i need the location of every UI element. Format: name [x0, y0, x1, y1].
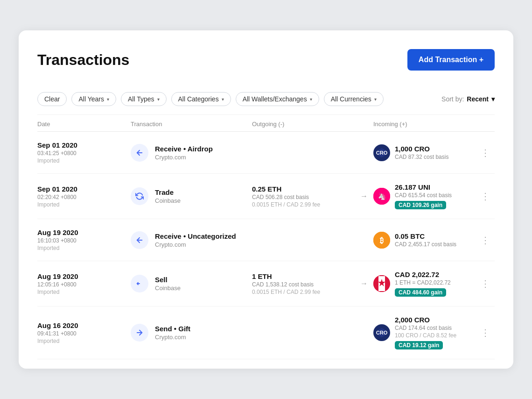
tx-platform: Crypto.com: [155, 154, 213, 161]
incoming-col: CAD 2,022.72 1 ETH = CAD2,022.72 CAD 484…: [373, 271, 476, 297]
col-header-outgoing: Outgoing (-): [252, 121, 355, 128]
categories-filter-button[interactable]: All Categories ▾: [171, 92, 231, 106]
outgoing-col: 0.25 ETH CAD 506.28 cost basis 0.0015 ET…: [252, 185, 355, 208]
page-wrapper: Transactions Add Transaction + Clear All…: [19, 30, 513, 369]
svg-text:🦄: 🦄: [378, 192, 386, 200]
transactions-list: Sep 01 2020 03:41:25 +0800 Imported Rece…: [37, 132, 495, 359]
transaction-col: Send • Gift Crypto.com: [131, 324, 252, 342]
transaction-col: Receive • Uncategorized Crypto.com: [131, 231, 252, 249]
incoming-col: CRO 2,000 CRO CAD 174.64 cost basis 100 …: [373, 316, 476, 349]
outgoing-basis: CAD 506.28 cost basis: [252, 194, 355, 200]
chevron-down-icon: ▾: [491, 95, 495, 103]
col-header-date: Date: [37, 121, 131, 128]
tx-type-icon: [131, 187, 148, 205]
incoming-amount: 1,000 CRO: [395, 145, 448, 153]
incoming-basis: CAD 2,455.17 cost basis: [395, 241, 456, 248]
more-options-button[interactable]: ⋮: [476, 191, 495, 202]
incoming-amount: 26.187 UNI: [395, 183, 452, 191]
transaction-col: Sell Coinbase: [131, 275, 252, 292]
transaction-col: Trade Coinbase: [131, 187, 252, 205]
date-col: Sep 01 2020 03:41:25 +0800 Imported: [37, 141, 131, 164]
tx-name: Receive • Airdrop: [155, 145, 213, 153]
cad-icon: [373, 275, 390, 292]
currencies-filter-button[interactable]: All Currencies ▾: [324, 92, 384, 106]
add-transaction-button[interactable]: Add Transaction +: [407, 49, 495, 71]
date-col: Aug 19 2020 12:05:16 +0800 Imported: [37, 272, 131, 295]
incoming-basis: CAD 87.32 cost basis: [395, 154, 448, 160]
date-time: 09:41:31 +0800: [37, 330, 131, 337]
tx-name: Trade: [155, 188, 181, 196]
svg-text:₿: ₿: [380, 236, 384, 244]
gain-badge: CAD 484.60 gain: [395, 288, 446, 297]
tx-platform: Coinbase: [155, 285, 181, 292]
arrow-right-icon: →: [360, 192, 368, 200]
incoming-col: ₿ 0.05 BTC CAD 2,455.17 cost basis: [373, 232, 476, 249]
more-options-button[interactable]: ⋮: [476, 278, 495, 289]
cro-icon: CRO: [373, 324, 390, 341]
date-main: Sep 01 2020: [37, 141, 131, 149]
more-options-button[interactable]: ⋮: [476, 147, 495, 158]
svg-text:CRO: CRO: [376, 150, 388, 156]
chevron-down-icon: ▾: [157, 97, 160, 102]
incoming-basis: CAD 615.54 cost basis: [395, 192, 452, 199]
tx-platform: Coinbase: [155, 197, 181, 204]
filters-bar: Clear All Years ▾ All Types ▾ All Catego…: [37, 84, 495, 115]
outgoing-fee: 0.0015 ETH / CAD 2.99 fee: [252, 289, 355, 295]
arrow-right-icon: →: [360, 279, 368, 288]
btc-icon: ₿: [373, 232, 390, 249]
page-header: Transactions Add Transaction +: [37, 49, 495, 71]
outgoing-amount: 0.25 ETH: [252, 185, 355, 193]
incoming-amount: 2,000 CRO: [395, 316, 456, 324]
date-imported: Imported: [37, 338, 131, 344]
incoming-amount: CAD 2,022.72: [395, 271, 451, 278]
types-filter-button[interactable]: All Types ▾: [121, 92, 167, 106]
table-row: Aug 16 2020 09:41:31 +0800 Imported Send…: [37, 306, 495, 359]
date-main: Aug 19 2020: [37, 228, 131, 236]
tx-name: Send • Gift: [155, 325, 190, 333]
table-row: Aug 19 2020 12:05:16 +0800 Imported Sell…: [37, 261, 495, 306]
col-header-incoming: Incoming (+): [373, 121, 476, 128]
outgoing-fee: 0.0015 ETH / CAD 2.99 fee: [252, 201, 355, 208]
tx-type-icon: [131, 324, 148, 342]
incoming-amount: 0.05 BTC: [395, 232, 456, 240]
tx-name: Sell: [155, 276, 181, 284]
date-col: Aug 16 2020 09:41:31 +0800 Imported: [37, 321, 131, 344]
date-imported: Imported: [37, 201, 131, 208]
incoming-col: 🦄 26.187 UNI CAD 615.54 cost basis CAD 1…: [373, 183, 476, 209]
date-imported: Imported: [37, 157, 131, 164]
chevron-down-icon: ▾: [374, 97, 377, 102]
more-options-button[interactable]: ⋮: [476, 235, 495, 246]
gain-badge: CAD 109.26 gain: [395, 201, 446, 209]
date-time: 16:10:03 +0800: [37, 237, 131, 244]
date-time: 12:05:16 +0800: [37, 281, 131, 288]
wallets-filter-button[interactable]: All Wallets/Exchanges ▾: [236, 92, 319, 106]
tx-platform: Crypto.com: [155, 334, 190, 341]
table-row: Sep 01 2020 02:20:42 +0800 Imported Trad…: [37, 174, 495, 219]
arrow-col: →: [355, 279, 373, 288]
date-imported: Imported: [37, 289, 131, 295]
more-options-button[interactable]: ⋮: [476, 327, 495, 338]
clear-filter-button[interactable]: Clear: [37, 92, 67, 106]
date-main: Aug 16 2020: [37, 321, 131, 329]
date-main: Sep 01 2020: [37, 185, 131, 193]
transaction-col: Receive • Airdrop Crypto.com: [131, 144, 252, 162]
uni-icon: 🦄: [373, 188, 390, 205]
gain-badge: CAD 19.12 gain: [395, 341, 443, 349]
incoming-basis: CAD 174.64 cost basis: [395, 325, 456, 331]
date-time: 02:20:42 +0800: [37, 194, 131, 200]
incoming-fee: 100 CRO / CAD 8.52 fee: [395, 332, 456, 339]
sort-by-control[interactable]: Sort by: Recent ▾: [441, 95, 495, 103]
date-main: Aug 19 2020: [37, 272, 131, 280]
arrow-col: →: [355, 192, 373, 200]
years-filter-button[interactable]: All Years ▾: [71, 92, 116, 106]
tx-type-icon: [131, 144, 148, 162]
tx-type-icon: [131, 231, 148, 249]
table-header: Date Transaction Outgoing (-) Incoming (…: [37, 115, 495, 132]
date-col: Sep 01 2020 02:20:42 +0800 Imported: [37, 185, 131, 208]
cro-icon: CRO: [373, 144, 390, 161]
col-header-transaction: Transaction: [131, 121, 252, 128]
date-imported: Imported: [37, 245, 131, 251]
tx-type-icon: [131, 275, 148, 292]
svg-text:CRO: CRO: [376, 330, 388, 335]
table-row: Aug 19 2020 16:10:03 +0800 Imported Rece…: [37, 219, 495, 261]
